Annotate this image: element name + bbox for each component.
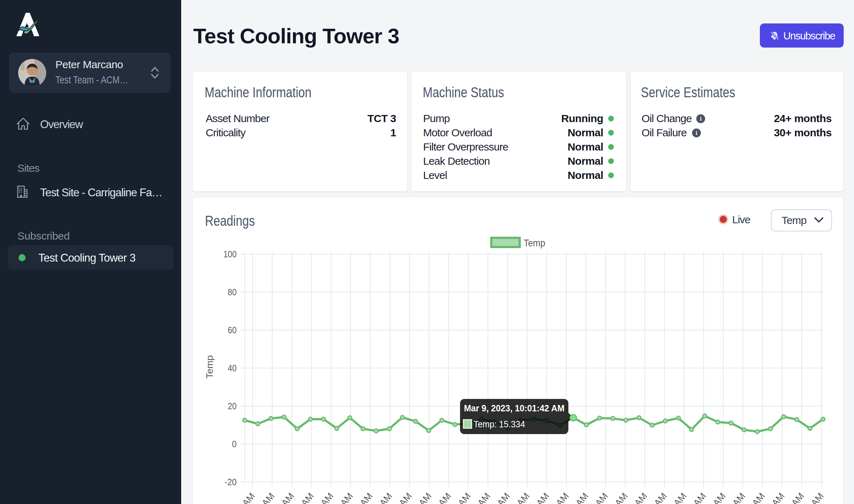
svg-text:-20: -20 (225, 477, 237, 487)
svg-text:AM: AM (260, 491, 277, 504)
svg-text:Temp: Temp (204, 355, 215, 379)
svg-text:AM: AM (240, 491, 257, 504)
svg-text:AM: AM (358, 491, 375, 504)
svg-text:Mar 9, 2023, 10:01:42 AM: Mar 9, 2023, 10:01:42 AM (464, 403, 564, 413)
svg-text:AM: AM (456, 491, 473, 504)
svg-text:AM: AM (377, 491, 394, 504)
svg-text:AM: AM (534, 491, 551, 504)
svg-text:AM: AM (750, 491, 767, 504)
svg-text:60: 60 (228, 325, 237, 335)
svg-text:AM: AM (318, 491, 335, 504)
svg-text:AM: AM (671, 491, 688, 504)
svg-text:80: 80 (228, 287, 237, 297)
svg-text:AM: AM (338, 491, 355, 504)
svg-text:AM: AM (573, 491, 590, 504)
svg-text:AM: AM (299, 491, 316, 504)
svg-text:AM: AM (711, 491, 728, 504)
svg-text:AM: AM (691, 491, 708, 504)
svg-text:AM: AM (279, 491, 296, 504)
svg-text:40: 40 (228, 363, 237, 373)
svg-text:Temp: Temp (524, 238, 545, 248)
svg-text:Temp: 15.334: Temp: 15.334 (474, 419, 525, 429)
svg-text:AM: AM (632, 491, 649, 504)
svg-text:0: 0 (232, 439, 237, 449)
svg-text:AM: AM (475, 491, 492, 504)
svg-text:AM: AM (730, 491, 747, 504)
svg-text:AM: AM (769, 491, 787, 504)
svg-text:100: 100 (223, 249, 237, 259)
svg-text:AM: AM (612, 491, 629, 504)
svg-text:AM: AM (397, 491, 414, 504)
svg-text:AM: AM (416, 491, 433, 504)
svg-text:AM: AM (809, 491, 826, 504)
svg-text:AM: AM (436, 491, 453, 504)
svg-text:AM: AM (789, 491, 806, 504)
svg-text:20: 20 (228, 401, 237, 411)
svg-text:AM: AM (514, 491, 531, 504)
svg-text:AM: AM (495, 491, 512, 504)
svg-text:AM: AM (593, 491, 610, 504)
svg-text:AM: AM (652, 491, 669, 504)
svg-text:AM: AM (554, 491, 571, 504)
